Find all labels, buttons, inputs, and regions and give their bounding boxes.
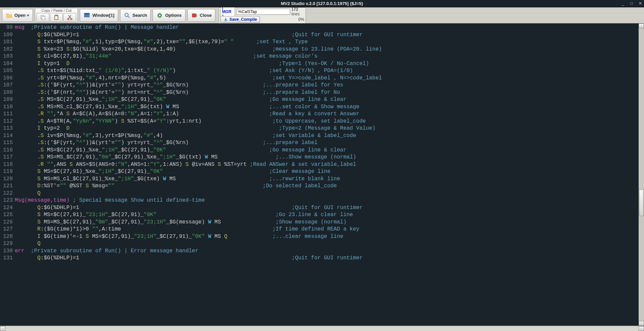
save-label: Save_Compile: [229, 17, 257, 22]
code-line[interactable]: 105 .S txt=$S(%iid:txt_" (1/0)",1:txt_" …: [0, 67, 644, 75]
code-line[interactable]: 99msg ;Private subroutine of Run() | Mes…: [0, 24, 644, 31]
cp-label: Copy / Paste / Cut: [35, 8, 77, 12]
line-number: 103: [0, 53, 15, 60]
open-label: Open +: [14, 13, 29, 18]
code-line[interactable]: 108 .S:('$F(nrt,"^"))&(nrt'="") nrt=nrt_…: [0, 89, 644, 96]
line-number: 108: [0, 89, 15, 96]
window-icon: [84, 12, 90, 19]
code-line[interactable]: 124 Q:$G(%DHLP)=1 ;Quit for GUI runtimer: [0, 204, 644, 212]
window-button[interactable]: Window[1]: [80, 9, 118, 22]
line-number: 105: [0, 67, 15, 75]
svg-rect-1: [42, 16, 45, 20]
code-line[interactable]: 100 Q:$G(%DHLP)=1 ;Quit for GUI runtimer: [0, 31, 644, 39]
code-line[interactable]: 129 Q: [0, 240, 644, 248]
horizontal-scrollbar[interactable]: ◄ ►: [0, 326, 644, 331]
code-line[interactable]: 128 I $G(time)'=-1 S MS=$C(27,91)_"23;1H…: [0, 233, 644, 241]
code-line[interactable]: 120 S MS=MS_cl_$C(27,91)_%xe_";1H"_$G(tx…: [0, 176, 644, 183]
code-line[interactable]: 112 .S A=$TR(A,"YyNn","YYNN") S %ST=$S(A…: [0, 118, 644, 125]
scroll-up-button[interactable]: ▲: [639, 23, 644, 28]
line-number: 113: [0, 125, 15, 132]
line-number: 99: [0, 24, 15, 31]
line-number: 114: [0, 132, 15, 140]
line-number: 119: [0, 168, 15, 176]
svg-rect-3: [55, 14, 57, 15]
close-button[interactable]: Close: [187, 9, 215, 22]
copy-paste-cut-group: Copy / Paste / Cut: [35, 8, 78, 23]
close-label: Close: [200, 13, 212, 18]
code-line[interactable]: 117 .S MS=MS_$C(27,91)_"0m"_$C(27,91)_%x…: [0, 154, 644, 161]
code-line[interactable]: 122 Q: [0, 190, 644, 197]
maximize-button[interactable]: □: [629, 1, 635, 6]
line-number: 115: [0, 139, 15, 147]
code-line[interactable]: 116 .S MS=$C(27,91)_%xe_";1H"_$C(27,91)_…: [0, 147, 644, 154]
line-number: 123: [0, 197, 15, 204]
line-number: 100: [0, 31, 15, 39]
line-number: 118: [0, 161, 15, 169]
code-line[interactable]: 101 S txt=$P(%msg,"#",1),typ=$P(%msg,"#"…: [0, 39, 644, 46]
line-number: 117: [0, 154, 15, 161]
line-number: 120: [0, 176, 15, 183]
code-editor[interactable]: 99msg ;Private subroutine of Run() | Mes…: [0, 23, 644, 326]
minimize-button[interactable]: _: [620, 1, 626, 6]
code-line[interactable]: 127 R:($G(time)*1)>0 "",A:time ;If time …: [0, 226, 644, 233]
code-line[interactable]: 125 S MS=$C(27,91)_"23;1H"_$C(27,91)_"0K…: [0, 211, 644, 219]
code-line[interactable]: 126 S MS=MS_$C(27,91)_"0m"_$C(27,91)_"23…: [0, 219, 644, 226]
paste-button[interactable]: [50, 13, 63, 22]
progress-display: 0%: [299, 17, 304, 22]
copy-icon: [40, 14, 46, 20]
options-label: Options: [165, 13, 181, 18]
vertical-scrollbar[interactable]: ▲ ▼: [639, 23, 644, 326]
window-label: Window[1]: [92, 13, 114, 18]
svg-rect-4: [55, 16, 58, 19]
code-line[interactable]: 130err ;Private subroutine of Run() | Er…: [0, 248, 644, 255]
code-line[interactable]: 109 .S MS=$C(27,91)_%xe_";1H"_$C(27,91)_…: [0, 96, 644, 104]
search-button[interactable]: Search: [120, 9, 151, 22]
line-number: 127: [0, 226, 15, 233]
code-line[interactable]: 114 .S iv=$P(%msg,"#",3),yrt=$P(%msg,"#"…: [0, 132, 644, 140]
cut-button[interactable]: [63, 13, 76, 22]
code-line[interactable]: 119 S MS=$C(27,91)_%xe_";1H"_$C(27,91)_"…: [0, 168, 644, 176]
save-compile-button[interactable]: Save_Compile: [220, 16, 260, 23]
code-line[interactable]: 102 S %xe=23 S:$G(%iid) %xe=20,txe=$E(tx…: [0, 46, 644, 53]
line-number: 124: [0, 204, 15, 212]
scroll-right-button[interactable]: ►: [639, 326, 644, 331]
filename-input[interactable]: [236, 9, 290, 15]
line-number: 102: [0, 46, 15, 53]
search-icon: [124, 12, 130, 19]
code-line[interactable]: 110 .S MS=MS_cl_$C(27,91)_%xe_";1H"_$G(t…: [0, 104, 644, 111]
copy-button[interactable]: [37, 13, 49, 22]
svg-rect-8: [85, 13, 90, 14]
paste-icon: [53, 14, 59, 20]
vscroll-track[interactable]: [639, 28, 644, 321]
line-number: 104: [0, 60, 15, 68]
code-line[interactable]: 131 Q:$G(%DHLP)=1 ;Quit for GUI runtimer: [0, 255, 644, 262]
code-line[interactable]: 103 S cl=$C(27,91)_"31;44m" ;set message…: [0, 53, 644, 60]
code-line[interactable]: 107 .S:('$F(yrt,"^"))&(yrt'="") yrt=yrt_…: [0, 82, 644, 89]
svg-point-5: [68, 18, 69, 20]
line-number: 126: [0, 219, 15, 226]
save-icon: [223, 17, 228, 22]
line-number: 109: [0, 96, 15, 104]
code-line[interactable]: 113 I typ=2 D ;Type=2 (Message & Read Va…: [0, 125, 644, 132]
search-label: Search: [132, 13, 147, 18]
line-number: 107: [0, 82, 15, 89]
code-line[interactable]: 104 I typ=1 D ;Type=1 (Yes-OK / No-Cance…: [0, 60, 644, 68]
scroll-left-button[interactable]: ◄: [0, 326, 5, 331]
options-button[interactable]: Options: [153, 9, 185, 22]
code-line[interactable]: 123Msg(message,time) ; Special message S…: [0, 197, 644, 204]
line-number: 131: [0, 255, 15, 262]
code-line[interactable]: 118 .R "",ANS S ANS=$S(ANS=0:"N",ANS=1:"…: [0, 161, 644, 169]
vscroll-thumb[interactable]: [639, 189, 644, 216]
code-line[interactable]: 111 .R "",*A S A=$C(A),A=$S(A=0:"N",A=1:…: [0, 111, 644, 118]
code-line[interactable]: 121 D:%ST'="" @%ST S %msg="" ;Do selecte…: [0, 183, 644, 190]
hscroll-track[interactable]: [5, 326, 639, 331]
close-window-button[interactable]: ✕: [637, 1, 643, 6]
scroll-down-button[interactable]: ▼: [639, 321, 644, 326]
options-gear-icon: [156, 12, 163, 19]
line-number: 122: [0, 190, 15, 197]
open-button[interactable]: Open +: [2, 9, 33, 22]
svg-point-9: [125, 13, 128, 16]
svg-point-6: [71, 18, 72, 20]
code-line[interactable]: 115 .S:('$F(yrt,"^"))&(yrt'="") yrt=yrt_…: [0, 139, 644, 147]
code-line[interactable]: 106 .S yrt=$P(%msg,"#",4),nrt=$P(%msg,"#…: [0, 75, 644, 82]
